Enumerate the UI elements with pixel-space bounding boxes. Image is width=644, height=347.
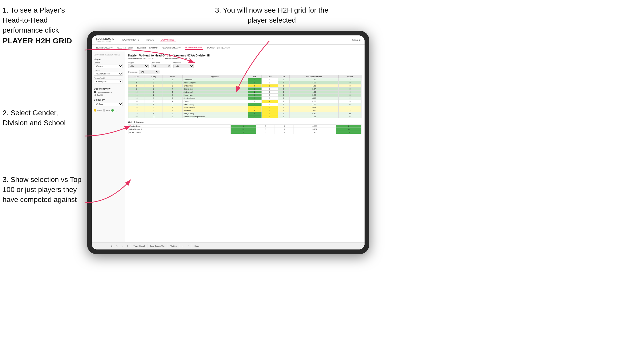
toolbar-back[interactable]: ← xyxy=(99,245,103,247)
nav-tournaments[interactable]: TOURNAMENTS xyxy=(120,38,140,42)
ood-rounds: 30 xyxy=(336,128,361,131)
ood-name: Foreign Team xyxy=(128,125,231,128)
gender-select[interactable]: Women's xyxy=(94,64,123,68)
division-select[interactable]: NCAA Division III xyxy=(94,72,123,76)
td-loss: 1 xyxy=(261,112,278,115)
td-win: 0 xyxy=(248,109,261,112)
toolbar-share[interactable]: Share xyxy=(194,245,200,247)
step3-text: 3. Show selection vs Top 100 or just pla… xyxy=(3,176,82,204)
legend-down-dot xyxy=(94,109,96,112)
th-tie: Tie xyxy=(278,75,289,78)
td-rounds: 7 xyxy=(339,106,361,109)
td-div: 19 xyxy=(128,112,145,115)
sub-nav-player-summary[interactable]: PLAYER SUMMARY xyxy=(162,46,181,50)
nav-teams[interactable]: TEAMS xyxy=(145,38,155,42)
td-div: 6 xyxy=(128,84,145,88)
toolbar-save-custom-view[interactable]: Save Custom View xyxy=(149,245,166,247)
td-reg: 8 xyxy=(145,103,163,106)
table-row: 5 2 2 Alexis Sudjianto 1 0 0 4.00 3 xyxy=(128,81,361,84)
division-label: Division xyxy=(94,70,123,71)
toolbar-timer[interactable]: ⏱ xyxy=(125,245,129,247)
conference-select[interactable]: (All) xyxy=(151,64,171,68)
table-row: 3 1 1 Esther Lee 1 0 1 1.50 4 xyxy=(128,78,361,81)
toolbar-watch[interactable]: Watch ▾ xyxy=(169,245,178,248)
td-rounds: 6 xyxy=(339,115,361,118)
td-div: 5 xyxy=(128,81,145,84)
step2-text: 2. Select Gender, Division and School xyxy=(3,109,66,127)
player-rank-select[interactable]: 8. Katelyn Vo xyxy=(94,80,123,83)
td-tie: 0 xyxy=(278,81,289,84)
th-rounds: Rounds xyxy=(339,75,361,78)
td-reg: 1 xyxy=(145,97,163,100)
td-div: 15 xyxy=(128,103,145,106)
ood-name: NCAA Division 2 xyxy=(128,131,231,134)
filter-region: Region (All) xyxy=(128,62,149,68)
td-win: 1 xyxy=(248,106,261,109)
ood-table-row: Foreign Team 1 0 0 4.500 2 xyxy=(128,125,361,128)
region-select[interactable]: (All) xyxy=(128,64,149,68)
toolbar-sep5 xyxy=(192,244,192,248)
td-conf: 7 xyxy=(163,115,182,118)
sidebar: Last Updated: 27/03/2024 16:55:38 Player… xyxy=(92,51,125,249)
th-conf: # Conf xyxy=(163,75,182,78)
colour-by-select[interactable]: Win/loss xyxy=(94,102,123,106)
main-content: Last Updated: 27/03/2024 16:55:38 Player… xyxy=(92,51,365,249)
sub-nav-player-h2h-grid[interactable]: PLAYER H2H GRID xyxy=(185,46,203,50)
td-diff: 1.50 xyxy=(289,78,339,81)
opponent-label: Opponent xyxy=(173,62,194,64)
sub-nav-player-h2h-heatmap[interactable]: PLAYER H2H HEATMAP xyxy=(207,46,230,50)
td-reg: 3 xyxy=(145,84,163,88)
toolbar-collapse[interactable]: ↙ xyxy=(182,245,185,248)
toolbar-expand[interactable]: ↗ xyxy=(187,245,190,248)
radio-opponents-played[interactable]: Opponents Played xyxy=(94,91,123,93)
opponents-filter-label: Opponents: (All) xyxy=(128,70,361,74)
ood-win: 5 xyxy=(230,131,256,134)
td-reg: 2 xyxy=(145,109,163,112)
sub-nav-team-h2h-grid[interactable]: TEAM H2H GRID xyxy=(117,46,133,50)
toolbar-add[interactable]: ⊕ xyxy=(110,245,114,248)
toolbar-action1[interactable]: ↰ xyxy=(115,245,119,248)
nav-sign-out[interactable]: Sign out xyxy=(352,39,360,41)
td-div: 3 xyxy=(128,78,145,81)
ood-tie: 0 xyxy=(275,125,294,128)
nav-committee[interactable]: COMMITTEE xyxy=(160,38,176,42)
table-row: 16 1 3 Jessica Mason 1 2 0 -0.94 7 xyxy=(128,106,361,109)
td-loss: 0 xyxy=(261,78,278,81)
opponent-select[interactable]: (All) xyxy=(173,64,194,68)
division-record-label: Division Record: xyxy=(164,57,179,60)
opponents-select[interactable]: (All) xyxy=(139,70,159,74)
radio-dot-opponents xyxy=(94,91,96,93)
toolbar-redo[interactable]: ↪ xyxy=(105,245,108,248)
radio-dot-top100 xyxy=(94,94,96,96)
td-opponent: Sydney Kuo xyxy=(183,84,248,88)
toolbar-undo[interactable]: ↩ xyxy=(94,245,98,248)
td-conf: 3 xyxy=(163,91,182,94)
td-conf: 3 xyxy=(163,106,182,109)
td-opponent: Eunice Yi xyxy=(183,100,248,103)
toolbar-action2[interactable]: ↬ xyxy=(120,245,124,248)
content-records: Overall Record: 353 - 34 - 6 Division Re… xyxy=(128,57,361,60)
toolbar-view-original[interactable]: View: Original xyxy=(133,245,146,247)
legend-up-dot xyxy=(111,109,114,112)
td-tie: 0 xyxy=(278,112,289,115)
td-opponent: Federica Domecq Lacroze xyxy=(183,115,248,118)
td-diff: -3.00 xyxy=(289,97,339,100)
td-div: 18 xyxy=(128,109,145,112)
radio-label-top100: Top 100 xyxy=(97,94,103,96)
td-opponent: Stella Cheng xyxy=(183,103,248,106)
overall-record-value: 353 - 34 - 6 xyxy=(143,57,154,60)
td-loss: 0 xyxy=(261,97,278,100)
table-row: 11 2 5 Heejo Hyun 1 0 0 3.33 3 xyxy=(128,94,361,97)
th-win: Win xyxy=(248,75,261,78)
td-rounds: 3 xyxy=(339,84,361,88)
sub-nav-team-summary[interactable]: TEAM SUMMARY xyxy=(96,46,113,50)
td-div: 14 xyxy=(128,100,145,103)
ood-loss: 0 xyxy=(256,131,275,134)
sub-nav-team-h2h-heatmap[interactable]: TEAM H2H HEATMAP xyxy=(137,46,158,50)
td-tie: 0 xyxy=(278,84,289,88)
table-row: 18 2 2 Euna Lee 0 1 0 -5.00 2 xyxy=(128,109,361,112)
footer-toolbar: ↩ ← ↪ ⊕ ↰ ↬ ⏱ View: Original Save Custom… xyxy=(92,242,365,249)
player-rank-label: Player (Rank) xyxy=(94,77,123,79)
td-tie: 0 xyxy=(278,115,289,118)
radio-top100[interactable]: Top 100 xyxy=(94,94,123,96)
